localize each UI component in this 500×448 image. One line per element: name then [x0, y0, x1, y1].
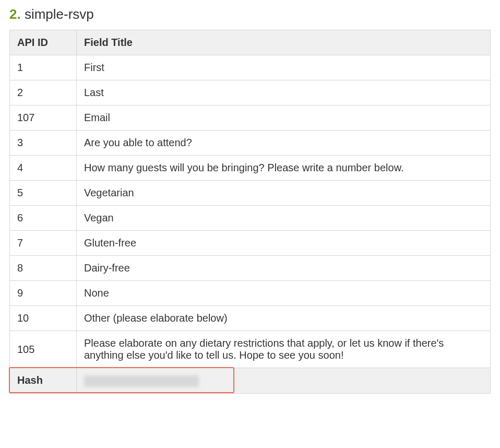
cell-field-title: Vegan [77, 206, 491, 231]
table-row: 6Vegan [10, 206, 491, 231]
table-header-row: API ID Field Title [10, 30, 491, 55]
header-field-title: Field Title [77, 30, 491, 55]
cell-api-id: 3 [10, 131, 77, 156]
hash-label: Hash [10, 368, 77, 394]
hash-value [77, 368, 491, 394]
cell-api-id: 8 [10, 256, 77, 281]
table-row: 8Dairy-free [10, 256, 491, 281]
table-row: 4How many guests will you be bringing? P… [10, 156, 491, 181]
table-row: 105Please elaborate on any dietary restr… [10, 331, 491, 368]
cell-field-title: Gluten-free [77, 231, 491, 256]
cell-field-title: Other (please elaborate below) [77, 306, 491, 331]
cell-api-id: 5 [10, 181, 77, 206]
table-row: 3Are you able to attend? [10, 131, 491, 156]
cell-api-id: 4 [10, 156, 77, 181]
form-number: 2. [9, 6, 21, 22]
table-row: 5Vegetarian [10, 181, 491, 206]
cell-field-title: Vegetarian [77, 181, 491, 206]
cell-api-id: 107 [10, 105, 77, 131]
cell-api-id: 6 [10, 206, 77, 231]
form-info-section: 2. simple-rsvp API ID Field Title 1First… [9, 6, 491, 394]
cell-field-title: Dairy-free [77, 256, 491, 281]
hash-row: Hash [10, 368, 491, 394]
cell-api-id: 1 [10, 55, 77, 80]
cell-api-id: 7 [10, 231, 77, 256]
table-row: 9None [10, 281, 491, 306]
table-row: 107Email [10, 105, 491, 131]
redacted-hash [84, 375, 199, 387]
table-row: 7Gluten-free [10, 231, 491, 256]
cell-field-title: None [77, 281, 491, 306]
cell-api-id: 10 [10, 306, 77, 331]
cell-field-title: How many guests will you be bringing? Pl… [77, 156, 491, 181]
cell-api-id: 105 [10, 331, 77, 368]
header-api-id: API ID [10, 30, 77, 55]
fields-table: API ID Field Title 1First2Last107Email3A… [9, 30, 491, 394]
cell-field-title: Email [77, 105, 491, 131]
cell-field-title: Last [77, 80, 491, 105]
cell-field-title: Please elaborate on any dietary restrict… [77, 331, 491, 368]
form-heading: 2. simple-rsvp [9, 6, 491, 22]
table-row: 2Last [10, 80, 491, 105]
table-row: 10Other (please elaborate below) [10, 306, 491, 331]
table-row: 1First [10, 55, 491, 80]
cell-field-title: First [77, 55, 491, 80]
form-name: simple-rsvp [25, 6, 94, 22]
cell-api-id: 2 [10, 80, 77, 105]
cell-field-title: Are you able to attend? [77, 131, 491, 156]
cell-api-id: 9 [10, 281, 77, 306]
